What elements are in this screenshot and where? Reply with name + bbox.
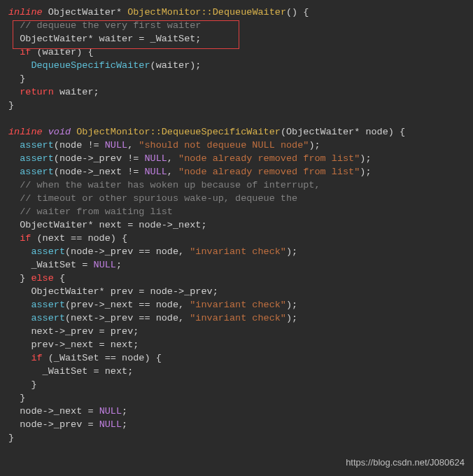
kw-return: return: [20, 87, 54, 97]
code-block: inline ObjectWaiter* ObjectMonitor::Dequ…: [8, 6, 465, 444]
function-name: ObjectMonitor::DequeueWaiter: [127, 7, 286, 18]
assert: assert: [20, 153, 54, 164]
fn-call: DequeueSpecificWaiter: [31, 60, 150, 71]
stmt: ObjectWaiter* next = node->_next;: [20, 220, 206, 230]
kw-inline: inline: [8, 127, 43, 137]
comment: // when the waiter has woken up because …: [20, 180, 320, 190]
assert: assert: [31, 246, 65, 257]
brace: }: [20, 74, 25, 84]
null: NULL: [94, 260, 116, 270]
sig-rest: () {: [286, 7, 309, 18]
kw-else: else: [31, 273, 53, 284]
brace: }: [20, 393, 25, 403]
call-args: (waiter);: [150, 60, 202, 71]
comment: // timeout or other spurious wake-up, de…: [20, 193, 297, 204]
stmt: next->_prev = prev;: [31, 326, 139, 337]
null: NULL: [144, 167, 167, 177]
stmt: _WaitSet = next;: [43, 366, 134, 377]
function-name: ObjectMonitor::DequeueSpecificWaiter: [76, 127, 281, 137]
return-type: ObjectWaiter*: [48, 7, 122, 18]
string: "invariant check": [190, 246, 286, 257]
stmt: prev->_next = next;: [31, 340, 139, 350]
kw-if: if: [20, 233, 31, 244]
if-cond: (waiter) {: [31, 47, 93, 57]
brace: }: [8, 100, 14, 111]
kw-void: void: [48, 127, 71, 137]
null: NULL: [99, 419, 122, 430]
null: NULL: [105, 140, 127, 150]
watermark: https://blog.csdn.net/J080624: [346, 456, 465, 469]
assert: assert: [20, 167, 54, 177]
string: "node already removed from list": [178, 153, 360, 164]
comment: // dequeue the very first waiter: [20, 20, 201, 31]
string: "should not dequeue NULL node": [139, 140, 309, 150]
brace: }: [8, 433, 14, 443]
brace: }: [20, 273, 25, 284]
assert: assert: [31, 300, 65, 310]
assert: assert: [31, 313, 65, 323]
assert: assert: [20, 140, 54, 150]
brace: }: [31, 379, 36, 390]
comment: // waiter from waiting list: [20, 206, 173, 217]
kw-if: if: [31, 353, 42, 363]
kw-inline: inline: [8, 7, 43, 18]
null: NULL: [144, 153, 167, 164]
string: "invariant check": [190, 300, 286, 310]
sig-rest: (ObjectWaiter* node) {: [281, 127, 405, 137]
string: "node already removed from list": [178, 167, 360, 177]
string: "invariant check": [190, 313, 286, 323]
stmt: ObjectWaiter* prev = node->_prev;: [31, 286, 218, 297]
kw-if: if: [20, 47, 31, 57]
stmt: ObjectWaiter* waiter = _WaitSet;: [20, 34, 201, 44]
null: NULL: [99, 406, 122, 416]
ret-val: waiter;: [54, 87, 99, 97]
